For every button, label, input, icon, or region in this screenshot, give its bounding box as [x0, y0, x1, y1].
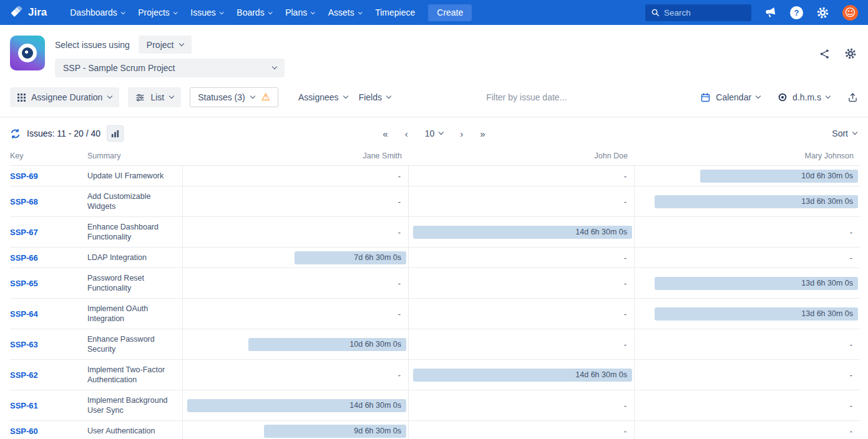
- table-row: SSP-60User Authentication9d 6h 30m 0s--: [10, 421, 860, 439]
- empty-duration-value: -: [850, 370, 852, 380]
- duration-cell: -: [408, 299, 634, 329]
- duration-cell: 13d 6h 30m 0s: [634, 268, 860, 298]
- nav-item-dashboards[interactable]: Dashboards: [63, 0, 131, 25]
- page-size-select[interactable]: 10: [425, 128, 444, 138]
- issue-key-link[interactable]: SSP-67: [10, 228, 38, 237]
- issue-key-cell: SSP-60: [10, 426, 87, 436]
- duration-cell: 10d 6h 30m 0s: [634, 166, 860, 186]
- duration-cell: -: [182, 166, 408, 186]
- share-icon[interactable]: [819, 48, 831, 60]
- issue-source-dropdown[interactable]: Project: [139, 36, 192, 54]
- settings-gear-icon[interactable]: [816, 6, 829, 19]
- chevron-down-icon: [439, 130, 444, 135]
- column-header-assignee-2[interactable]: John Doe: [408, 152, 634, 160]
- duration-bar: 13d 6h 30m 0s: [655, 195, 858, 208]
- issue-source-value: Project: [147, 40, 174, 50]
- duration-cell: -: [408, 186, 634, 216]
- create-button[interactable]: Create: [428, 4, 472, 21]
- navbar-right: ? ☺: [645, 4, 858, 21]
- project-select-dropdown[interactable]: SSP - Sample Scrum Project: [55, 59, 285, 77]
- chevron-down-icon: [311, 10, 315, 14]
- chart-view-button[interactable]: [107, 125, 124, 142]
- help-icon[interactable]: ?: [790, 6, 803, 19]
- report-type-dropdown[interactable]: Assignee Duration: [10, 87, 119, 107]
- issue-date-filter-input[interactable]: [486, 92, 605, 102]
- column-header-assignee-3[interactable]: Mary Johnson: [634, 152, 860, 160]
- nav-item-boards[interactable]: Boards: [230, 0, 278, 25]
- report-settings-gear-icon[interactable]: [844, 47, 857, 60]
- nav-item-issues[interactable]: Issues: [183, 0, 230, 25]
- duration-cell: 14d 6h 30m 0s: [182, 390, 408, 420]
- nav-item-label: Plans: [285, 7, 307, 17]
- issue-key-link[interactable]: SSP-68: [10, 197, 38, 206]
- issue-key-link[interactable]: SSP-65: [10, 279, 38, 288]
- issue-key-cell: SSP-68: [10, 196, 87, 206]
- empty-duration-value: -: [624, 197, 627, 206]
- chevron-down-icon: [173, 10, 177, 14]
- nav-item-timepiece[interactable]: Timepiece: [368, 0, 422, 25]
- empty-duration-value: -: [624, 171, 627, 181]
- issue-key-link[interactable]: SSP-60: [10, 427, 38, 436]
- duration-cell: -: [408, 390, 634, 420]
- empty-duration-value: -: [398, 171, 401, 181]
- chevron-down-icon: [852, 130, 857, 135]
- global-search[interactable]: [645, 4, 751, 21]
- table-row: SSP-66LDAP Integration7d 6h 30m 0s--: [10, 248, 860, 268]
- prev-page-button[interactable]: ‹: [405, 128, 408, 139]
- empty-duration-value: -: [398, 279, 401, 288]
- issue-key-cell: SSP-67: [10, 227, 87, 237]
- table-row: SSP-68Add Customizable Widgets--13d 6h 3…: [10, 186, 860, 217]
- chevron-down-icon: [826, 94, 831, 99]
- first-page-button[interactable]: «: [383, 128, 388, 139]
- column-header-key[interactable]: Key: [10, 152, 87, 160]
- fields-dropdown[interactable]: Fields: [359, 92, 391, 102]
- search-input[interactable]: [664, 8, 739, 17]
- empty-duration-value: -: [624, 309, 627, 319]
- issue-key-cell: SSP-63: [10, 339, 87, 349]
- view-mode-dropdown[interactable]: List: [128, 87, 181, 107]
- issue-key-link[interactable]: SSP-63: [10, 340, 38, 349]
- column-header-summary[interactable]: Summary: [87, 152, 182, 160]
- refresh-icon[interactable]: [10, 128, 21, 139]
- issue-summary: Enhance Dashboard Functionality: [87, 217, 182, 247]
- duration-format-dropdown[interactable]: d.h.m.s: [778, 92, 830, 102]
- nav-item-projects[interactable]: Projects: [131, 0, 183, 25]
- empty-duration-value: -: [624, 340, 627, 349]
- user-avatar[interactable]: ☺: [842, 5, 858, 21]
- duration-bar: 14d 6h 30m 0s: [413, 369, 632, 382]
- statuses-dropdown[interactable]: Statuses (3) ⚠: [190, 87, 278, 107]
- jira-logo-icon: [11, 6, 24, 19]
- empty-duration-value: -: [398, 370, 401, 380]
- issue-key-cell: SSP-69: [10, 171, 87, 181]
- chevron-down-icon: [121, 10, 125, 14]
- assignees-dropdown[interactable]: Assignees: [298, 92, 348, 102]
- issue-key-link[interactable]: SSP-64: [10, 309, 38, 319]
- announcement-icon[interactable]: [764, 6, 777, 19]
- sort-label: Sort: [832, 128, 848, 138]
- issue-key-link[interactable]: SSP-69: [10, 171, 38, 181]
- duration-cell: -: [408, 421, 634, 439]
- nav-item-assets[interactable]: Assets: [321, 0, 369, 25]
- calendar-dropdown[interactable]: Calendar: [700, 92, 760, 103]
- duration-bar: 10d 6h 30m 0s: [700, 170, 858, 183]
- nav-item-plans[interactable]: Plans: [278, 0, 321, 25]
- empty-duration-value: -: [850, 253, 852, 263]
- duration-cell: -: [634, 329, 860, 359]
- duration-cell: -: [408, 268, 634, 298]
- issue-key-link[interactable]: SSP-66: [10, 253, 38, 263]
- last-page-button[interactable]: »: [480, 128, 485, 139]
- chevron-down-icon: [343, 94, 348, 99]
- issue-key-link[interactable]: SSP-61: [10, 401, 38, 410]
- calendar-label: Calendar: [716, 92, 751, 102]
- duration-bar: 13d 6h 30m 0s: [655, 307, 858, 321]
- jira-logo[interactable]: Jira: [11, 6, 47, 19]
- column-header-assignee-1[interactable]: Jane Smith: [182, 152, 408, 160]
- next-page-button[interactable]: ›: [460, 128, 463, 139]
- issue-key-link[interactable]: SSP-62: [10, 370, 38, 380]
- sort-dropdown[interactable]: Sort: [832, 128, 857, 138]
- duration-cell: 14d 6h 30m 0s: [408, 360, 634, 390]
- issue-key-cell: SSP-64: [10, 309, 87, 319]
- issue-key-cell: SSP-61: [10, 400, 87, 410]
- issue-summary: Password Reset Functionality: [87, 268, 182, 298]
- export-icon[interactable]: [847, 92, 858, 103]
